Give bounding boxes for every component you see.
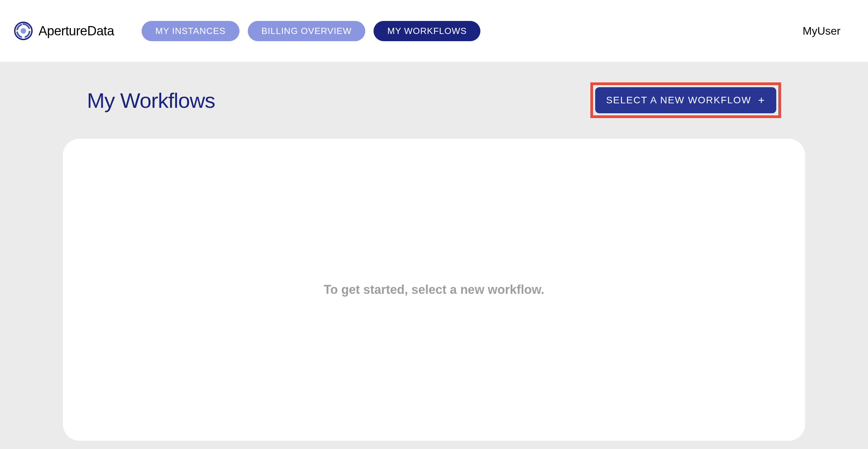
aperture-logo-icon	[14, 21, 33, 41]
page-title: My Workflows	[87, 88, 215, 113]
brand-name: ApertureData	[38, 24, 114, 38]
select-new-workflow-button[interactable]: SELECT A NEW WORKFLOW +	[595, 87, 776, 113]
workflows-content-card: To get started, select a new workflow.	[63, 139, 805, 441]
main-content-area: My Workflows SELECT A NEW WORKFLOW + To …	[0, 62, 868, 449]
highlight-annotation: SELECT A NEW WORKFLOW +	[590, 82, 781, 118]
brand-logo-section[interactable]: ApertureData	[14, 21, 114, 41]
primary-action-label: SELECT A NEW WORKFLOW	[606, 95, 752, 106]
user-menu[interactable]: MyUser	[803, 25, 854, 37]
app-header: ApertureData MY INSTANCES BILLING OVERVI…	[0, 0, 868, 62]
tab-billing-overview[interactable]: BILLING OVERVIEW	[248, 21, 366, 41]
tab-my-instances[interactable]: MY INSTANCES	[142, 21, 240, 41]
page-header: My Workflows SELECT A NEW WORKFLOW +	[63, 82, 805, 118]
nav-tabs: MY INSTANCES BILLING OVERVIEW MY WORKFLO…	[142, 21, 480, 41]
svg-point-1	[21, 28, 26, 34]
empty-state-message: To get started, select a new workflow.	[324, 283, 544, 297]
user-display-name: MyUser	[803, 25, 841, 37]
tab-my-workflows[interactable]: MY WORKFLOWS	[374, 21, 480, 41]
plus-icon: +	[758, 95, 765, 106]
